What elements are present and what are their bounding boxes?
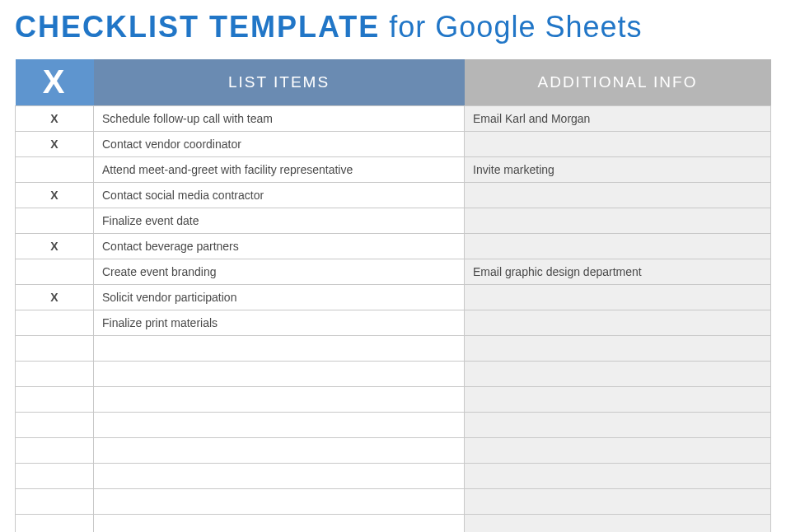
item-cell[interactable]: Solicit vendor participation [94,284,465,310]
check-cell[interactable] [16,514,94,532]
item-cell[interactable] [94,437,465,463]
info-cell[interactable] [465,463,771,488]
title-bold: CHECKLIST TEMPLATE [15,10,380,44]
info-cell[interactable] [465,208,771,233]
table-header-row: X LIST ITEMS ADDITIONAL INFO [16,59,771,105]
check-cell[interactable] [16,208,94,233]
item-cell[interactable]: Schedule follow-up call with team [94,105,465,131]
check-cell[interactable] [16,335,94,361]
table-row: Finalize event date [16,208,771,233]
info-cell[interactable] [465,514,771,532]
table-row [16,361,771,386]
table-body: XSchedule follow-up call with teamEmail … [16,105,771,532]
info-cell[interactable] [465,488,771,514]
check-cell[interactable]: X [16,131,94,156]
info-cell[interactable] [465,361,771,386]
table-row [16,412,771,437]
item-cell[interactable] [94,412,465,437]
check-cell[interactable] [16,310,94,335]
item-cell[interactable]: Contact vendor coordinator [94,131,465,156]
table-row: Create event brandingEmail graphic desig… [16,259,771,284]
info-cell[interactable] [465,386,771,412]
item-cell[interactable] [94,335,465,361]
check-cell[interactable] [16,412,94,437]
check-cell[interactable]: X [16,105,94,131]
table-row [16,514,771,532]
info-cell[interactable] [465,412,771,437]
item-cell[interactable]: Attend meet-and-greet with facility repr… [94,156,465,182]
check-cell[interactable]: X [16,284,94,310]
info-cell[interactable] [465,182,771,208]
table-row [16,335,771,361]
check-cell[interactable] [16,488,94,514]
check-cell[interactable] [16,361,94,386]
checklist-table: X LIST ITEMS ADDITIONAL INFO XSchedule f… [15,59,771,532]
page-title: CHECKLIST TEMPLATE for Google Sheets [15,10,771,44]
info-cell[interactable]: Email graphic design department [465,259,771,284]
table-row: XSolicit vendor participation [16,284,771,310]
info-cell[interactable] [465,131,771,156]
check-cell[interactable]: X [16,182,94,208]
table-row: XContact vendor coordinator [16,131,771,156]
item-cell[interactable] [94,361,465,386]
info-cell[interactable]: Invite marketing [465,156,771,182]
info-cell[interactable]: Email Karl and Morgan [465,105,771,131]
table-row: XContact social media contractor [16,182,771,208]
item-cell[interactable] [94,514,465,532]
check-cell[interactable]: X [16,233,94,259]
check-cell[interactable] [16,437,94,463]
item-cell[interactable]: Contact social media contractor [94,182,465,208]
header-info-column: ADDITIONAL INFO [465,59,771,105]
info-cell[interactable] [465,233,771,259]
table-row [16,386,771,412]
item-cell[interactable]: Contact beverage partners [94,233,465,259]
check-cell[interactable] [16,156,94,182]
header-check-column: X [16,59,94,105]
info-cell[interactable] [465,335,771,361]
table-row: Attend meet-and-greet with facility repr… [16,156,771,182]
item-cell[interactable]: Finalize print materials [94,310,465,335]
check-cell[interactable] [16,259,94,284]
title-rest: for Google Sheets [380,10,642,44]
check-cell[interactable] [16,386,94,412]
header-item-column: LIST ITEMS [94,59,465,105]
info-cell[interactable] [465,310,771,335]
item-cell[interactable] [94,488,465,514]
table-row [16,488,771,514]
table-row: Finalize print materials [16,310,771,335]
item-cell[interactable]: Create event branding [94,259,465,284]
table-row [16,463,771,488]
item-cell[interactable] [94,386,465,412]
item-cell[interactable] [94,463,465,488]
info-cell[interactable] [465,284,771,310]
table-row: XContact beverage partners [16,233,771,259]
table-row: XSchedule follow-up call with teamEmail … [16,105,771,131]
info-cell[interactable] [465,437,771,463]
item-cell[interactable]: Finalize event date [94,208,465,233]
check-cell[interactable] [16,463,94,488]
table-row [16,437,771,463]
